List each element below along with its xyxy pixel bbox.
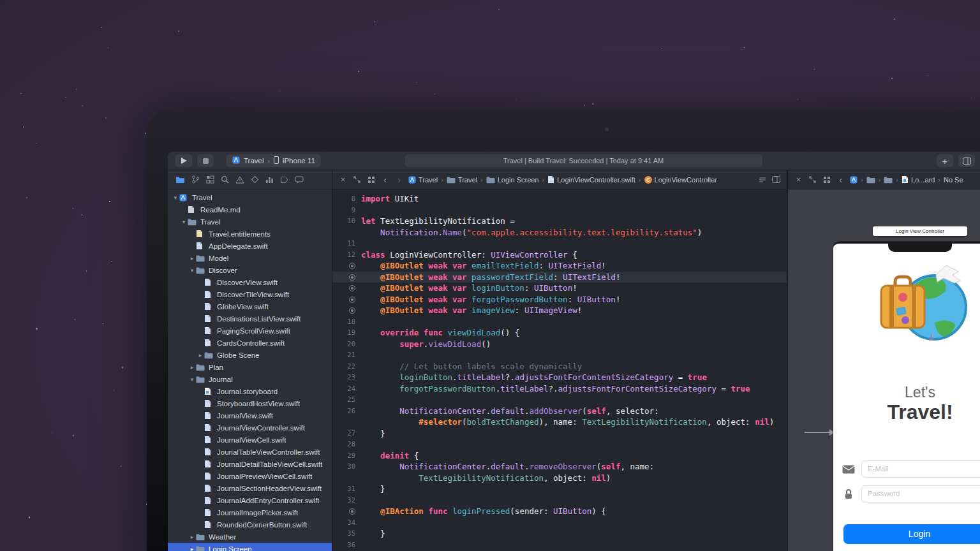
- tree-item[interactable]: JournalViewController.swift: [168, 422, 332, 434]
- disclosure-icon[interactable]: ▸: [197, 352, 204, 358]
- disclosure-icon[interactable]: ▾: [188, 267, 196, 274]
- run-button[interactable]: [175, 154, 192, 167]
- test-navigator-icon[interactable]: [251, 175, 259, 184]
- disclosure-icon[interactable]: ▸: [188, 546, 196, 551]
- related-items-icon[interactable]: [822, 175, 831, 185]
- project-navigator-icon[interactable]: [175, 176, 185, 184]
- code-line[interactable]: 18: [332, 316, 787, 328]
- disclosure-icon[interactable]: ▾: [188, 376, 196, 383]
- code-line[interactable]: 9: [332, 205, 787, 216]
- scheme-selector[interactable]: Travel › iPhone 11: [226, 154, 321, 167]
- tree-item[interactable]: ▸Login Screen: [168, 543, 332, 551]
- tree-item[interactable]: ▸Model: [168, 252, 332, 264]
- debug-navigator-icon[interactable]: [265, 176, 274, 184]
- source-control-navigator-icon[interactable]: [191, 175, 200, 184]
- close-editor-icon[interactable]: ×: [794, 175, 803, 185]
- code-line[interactable]: @IBOutlet weak var imageView: UIImageVie…: [332, 305, 787, 316]
- tree-item[interactable]: JournalPreviewViewCell.swift: [168, 470, 332, 482]
- back-icon[interactable]: ‹: [380, 175, 390, 185]
- issue-navigator-icon[interactable]: [235, 176, 244, 184]
- tree-item[interactable]: JournalView.swift: [168, 409, 332, 422]
- breadcrumb-item[interactable]: No Se: [944, 176, 963, 184]
- storyboard-canvas[interactable]: Login View Controller: [788, 189, 980, 551]
- code-line[interactable]: 10let TextLegibilityNotification =: [332, 216, 787, 227]
- disclosure-icon[interactable]: ▸: [188, 364, 196, 371]
- tree-item[interactable]: JournalViewCell.swift: [168, 434, 332, 446]
- forward-icon[interactable]: ›: [394, 175, 404, 185]
- tree-item[interactable]: JounalTableViewController.swift: [168, 446, 332, 458]
- code-line[interactable]: 11: [332, 238, 787, 249]
- outlet-connection-icon[interactable]: [349, 508, 355, 515]
- editor-layout-button[interactable]: [958, 154, 975, 167]
- code-line[interactable]: 35 }: [332, 528, 787, 540]
- code-line[interactable]: 25: [332, 394, 787, 406]
- breadcrumb-item[interactable]: Lo...ard: [902, 175, 935, 184]
- code-line[interactable]: 24 forgotPasswordButton.titleLabel?.adju…: [332, 383, 787, 395]
- disclosure-icon[interactable]: ▸: [188, 534, 196, 540]
- code-line[interactable]: 26 NotificationCenter.default.addObserve…: [332, 406, 787, 417]
- breadcrumb-item[interactable]: [884, 176, 893, 184]
- outlet-connection-icon[interactable]: [349, 285, 355, 291]
- outlet-connection-icon[interactable]: [349, 263, 355, 269]
- code-line[interactable]: 27 }: [332, 428, 787, 439]
- code-line[interactable]: 22 // Let button labels scale dynamicall…: [332, 361, 787, 372]
- symbol-navigator-icon[interactable]: [206, 175, 214, 184]
- tree-item[interactable]: PagingScrollView.swift: [168, 325, 332, 337]
- tree-item[interactable]: ▾Discover: [168, 264, 332, 276]
- tree-item[interactable]: JournalSectionHeaderView.swift: [168, 482, 332, 494]
- tree-item[interactable]: ▾Journal: [168, 373, 332, 385]
- code-line[interactable]: 30 NotificationCenter.default.removeObse…: [332, 461, 787, 473]
- code-line[interactable]: 19 override func viewDidLoad() {: [332, 327, 787, 339]
- code-line[interactable]: 8import UIKit: [332, 193, 787, 205]
- code-line[interactable]: @IBOutlet weak var forgotPasswordButton:…: [332, 294, 787, 305]
- add-editor-icon[interactable]: [771, 175, 781, 185]
- password-field[interactable]: Password: [861, 485, 980, 503]
- tree-item[interactable]: DiscoverTileView.swift: [168, 288, 332, 300]
- breadcrumb-item[interactable]: Travel: [447, 176, 477, 184]
- code-line[interactable]: 34: [332, 517, 787, 529]
- back-icon[interactable]: ‹: [836, 175, 845, 185]
- code-line[interactable]: Notification.Name("com.apple.accessibili…: [332, 227, 787, 239]
- file-tree[interactable]: ▾TravelReadMe.md▾TravelTravel.entitlemen…: [168, 189, 332, 551]
- fullscreen-editor-icon[interactable]: [352, 175, 362, 185]
- view-controller-title[interactable]: Login View Controller: [873, 226, 967, 236]
- code-line[interactable]: #selector(boldTextChanged), name: TextLe…: [332, 416, 787, 428]
- tree-item[interactable]: JournalImagePicker.swift: [168, 506, 332, 518]
- breadcrumb-item[interactable]: CLoginViewController: [644, 176, 717, 184]
- tree-item[interactable]: ▾Travel: [168, 216, 332, 228]
- close-editor-icon[interactable]: ×: [338, 175, 348, 185]
- breakpoint-navigator-icon[interactable]: [280, 176, 288, 184]
- code-line[interactable]: 32: [332, 495, 787, 506]
- tree-item[interactable]: ReadMe.md: [168, 203, 332, 216]
- tree-item[interactable]: ▾Travel: [168, 191, 332, 203]
- tree-item[interactable]: StoryboardHostView.swift: [168, 397, 332, 409]
- code-line[interactable]: @IBOutlet weak var passwordTextField: UI…: [332, 272, 787, 283]
- breadcrumb-item[interactable]: [866, 176, 875, 184]
- tree-item[interactable]: ▸Plan: [168, 361, 332, 373]
- tree-item[interactable]: AppDelegate.swift: [168, 240, 332, 252]
- related-items-icon[interactable]: [366, 175, 376, 185]
- code-line[interactable]: TextLegibilityNotification, object: nil): [332, 473, 787, 484]
- disclosure-icon[interactable]: ▾: [180, 219, 188, 225]
- tree-item[interactable]: DiscoverView.swift: [168, 276, 332, 288]
- login-view-controller[interactable]: ♪ Let's Travel! E-Mail Passwo: [833, 242, 980, 551]
- breadcrumb-item[interactable]: LoginViewController.swift: [547, 175, 635, 184]
- code-line[interactable]: 29 deinit {: [332, 450, 787, 462]
- code-line[interactable]: @IBOutlet weak var emailTextField: UITex…: [332, 260, 787, 272]
- tree-item[interactable]: Travel.entitlements: [168, 228, 332, 240]
- stop-button[interactable]: [197, 154, 214, 167]
- tree-item[interactable]: CardsController.swift: [168, 337, 332, 349]
- breadcrumb-item[interactable]: Login Screen: [486, 176, 539, 184]
- add-item-button[interactable]: +: [937, 154, 953, 167]
- disclosure-icon[interactable]: ▾: [172, 195, 179, 201]
- tree-item[interactable]: ▸Weather: [168, 531, 332, 543]
- code-line[interactable]: 23 loginButton.titleLabel?.adjustsFontFo…: [332, 372, 787, 383]
- fullscreen-editor-icon[interactable]: [808, 175, 817, 185]
- code-editor[interactable]: 8import UIKit910let TextLegibilityNotifi…: [332, 189, 787, 551]
- tree-item[interactable]: JournalAddEntryController.swift: [168, 494, 332, 506]
- code-line[interactable]: @IBOutlet weak var loginButton: UIButton…: [332, 283, 787, 294]
- report-navigator-icon[interactable]: [295, 176, 304, 184]
- tree-item[interactable]: GlobeView.swift: [168, 300, 332, 312]
- code-line[interactable]: 36: [332, 540, 787, 551]
- outlet-connection-icon[interactable]: [349, 307, 355, 314]
